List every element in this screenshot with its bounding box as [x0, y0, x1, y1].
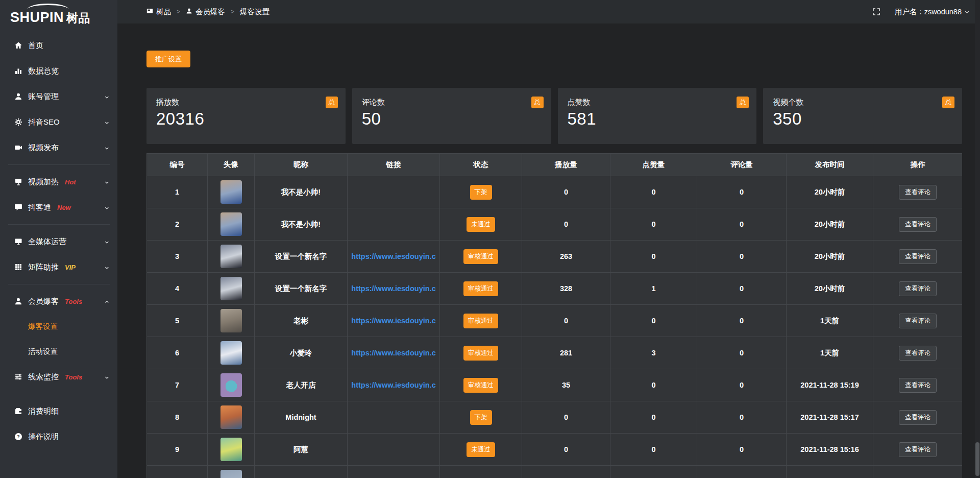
sidebar-item-label: 线索监控 — [28, 372, 59, 382]
sidebar-item-home[interactable]: 首页 — [0, 33, 117, 58]
user-menu[interactable]: 用户名：zswodun88 — [895, 7, 970, 17]
wallet-icon — [14, 407, 23, 416]
cell-action: 查看评论 — [873, 305, 963, 337]
sidebar-subitem-label: 活动设置 — [28, 347, 58, 356]
fullscreen-icon[interactable] — [872, 8, 880, 16]
help-icon: ? — [14, 432, 23, 441]
cell-likes: 0 — [610, 434, 697, 466]
sidebar-item-consume-detail[interactable]: 消费明细 — [0, 398, 117, 424]
stat-value: 20316 — [156, 109, 337, 129]
chevron-down-icon — [104, 265, 109, 270]
sidebar-item-member-baoke[interactable]: 会员爆客Tools — [0, 289, 117, 314]
stat-label: 播放数 — [156, 98, 337, 107]
sidebar-item-tag: Hot — [65, 178, 76, 186]
cell-no: 1 — [147, 176, 208, 208]
view-comments-button[interactable]: 查看评论 — [899, 314, 937, 328]
person-icon — [186, 8, 192, 16]
breadcrumb-item-baoke-settings: 爆客设置 — [240, 7, 270, 17]
stat-value: 350 — [773, 109, 954, 129]
cell-nickname: 设置一个新名字 — [255, 241, 348, 273]
sidebar-item-video-heating[interactable]: 视频加热Hot — [0, 169, 117, 195]
view-comments-button[interactable]: 查看评论 — [899, 410, 937, 425]
cell-no: 4 — [147, 273, 208, 305]
cell-status: 审核通过 — [440, 305, 522, 337]
grid-icon — [14, 262, 23, 272]
cell-link — [348, 434, 440, 466]
cell-likes — [610, 466, 697, 478]
sidebar-divider — [8, 284, 110, 284]
avatar — [220, 180, 242, 204]
cell-nickname: 我不是小帅! — [255, 208, 348, 241]
video-link[interactable]: https://www.iesdouyin.c — [351, 284, 435, 293]
sidebar-item-video-publish[interactable]: 视频发布 — [0, 135, 117, 160]
cell-plays: 0 — [522, 305, 610, 337]
sidebar-item-operation-guide[interactable]: ?操作说明 — [0, 424, 117, 449]
cell-link — [348, 466, 440, 478]
scrollbar-thumb[interactable] — [975, 442, 979, 476]
monitor-icon — [14, 237, 23, 246]
breadcrumb-item-shupin[interactable]: 树品 — [146, 7, 171, 17]
status-badge: 未通过 — [467, 217, 495, 232]
view-comments-button[interactable]: 查看评论 — [899, 346, 937, 361]
cell-comments: 0 — [697, 241, 787, 273]
avatar — [220, 245, 242, 268]
table-header-row: 编号头像昵称链接状态播放量点赞量评论量发布时间操作 — [147, 154, 963, 176]
breadcrumb-item-member-baoke[interactable]: 会员爆客 — [186, 7, 225, 17]
table-header: 编号头像昵称链接状态播放量点赞量评论量发布时间操作 — [147, 154, 963, 176]
sidebar-item-tag: Tools — [65, 298, 82, 305]
breadcrumb-label: 树品 — [156, 7, 171, 17]
cell-status — [440, 466, 522, 478]
sidebar-item-all-media-operation[interactable]: 全媒体运营 — [0, 229, 117, 254]
cell-plays: 263 — [522, 241, 610, 273]
cell-no: 5 — [147, 305, 208, 337]
view-comments-button[interactable]: 查看评论 — [899, 249, 937, 264]
sidebar-item-label: 全媒体运营 — [28, 237, 66, 247]
cell-plays: 0 — [522, 434, 610, 466]
video-link[interactable]: https://www.iesdouyin.c — [351, 252, 435, 260]
view-comments-button[interactable]: 查看评论 — [899, 185, 937, 200]
cell-link: https://www.iesdouyin.c — [348, 369, 440, 401]
projector-icon — [14, 177, 23, 186]
cell-no: 2 — [147, 208, 208, 241]
sidebar-item-clue-monitor[interactable]: 线索监控Tools — [0, 364, 117, 390]
view-comments-button[interactable]: 查看评论 — [899, 281, 937, 296]
cell-likes: 0 — [610, 401, 697, 434]
video-link[interactable]: https://www.iesdouyin.c — [351, 349, 435, 357]
stat-card-play-count: 播放数20316总 — [146, 88, 346, 144]
stat-label: 评论数 — [362, 98, 543, 107]
chat-icon — [14, 203, 23, 212]
promo-settings-button[interactable]: 推广设置 — [146, 51, 190, 67]
table-row: 4设置一个新名字https://www.iesdouyin.c审核通过32810… — [147, 273, 963, 305]
cell-plays: 328 — [522, 273, 610, 305]
cell-status: 下架 — [440, 401, 522, 434]
sidebar-item-douyin-seo[interactable]: 抖音SEO — [0, 109, 117, 135]
sidebar-item-matrix-boost[interactable]: 矩阵助推VIP — [0, 254, 117, 280]
cell-link: https://www.iesdouyin.c — [348, 305, 440, 337]
view-comments-button[interactable]: 查看评论 — [899, 378, 937, 393]
cell-avatar — [208, 466, 255, 478]
total-badge: 总 — [942, 97, 954, 108]
sidebar-subitem-baoke-settings[interactable]: 爆客设置 — [0, 314, 117, 339]
cell-plays — [522, 466, 610, 478]
sidebar-subitem-activity-settings[interactable]: 活动设置 — [0, 339, 117, 364]
cell-plays: 0 — [522, 176, 610, 208]
cell-no: 9 — [147, 434, 208, 466]
cell-avatar — [208, 176, 255, 208]
column-header: 点赞量 — [610, 154, 697, 176]
sidebar-item-douketong[interactable]: 抖客通New — [0, 195, 117, 220]
sidebar-item-data-overview[interactable]: 数据总览 — [0, 58, 117, 84]
gear-icon — [14, 117, 23, 127]
home-icon — [14, 41, 23, 50]
logo[interactable]: SHUPIN树品 — [0, 0, 117, 30]
view-comments-button[interactable]: 查看评论 — [899, 217, 937, 232]
cell-action: 查看评论 — [873, 273, 963, 305]
avatar — [220, 212, 242, 236]
cell-link — [348, 208, 440, 241]
sidebar-item-account-management[interactable]: 账号管理 — [0, 84, 117, 109]
video-link[interactable]: https://www.iesdouyin.c — [351, 317, 435, 325]
view-comments-button[interactable]: 查看评论 — [899, 442, 937, 457]
username-label: 用户名：zswodun88 — [895, 7, 962, 17]
cell-likes: 0 — [610, 241, 697, 273]
video-link[interactable]: https://www.iesdouyin.c — [351, 381, 435, 389]
avatar — [220, 277, 242, 300]
